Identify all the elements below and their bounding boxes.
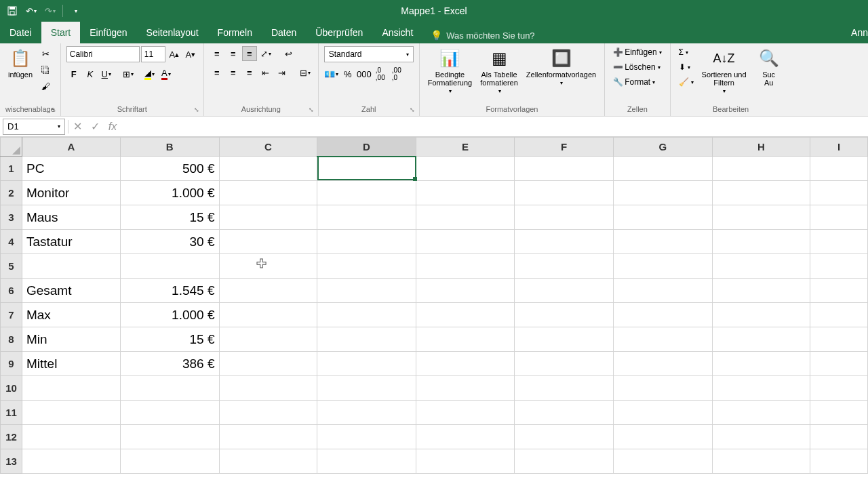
cell-E1[interactable] xyxy=(416,157,515,181)
cell-E6[interactable] xyxy=(416,279,515,303)
cell-G5[interactable] xyxy=(613,254,712,279)
cancel-formula-button[interactable]: ✕ xyxy=(68,119,86,135)
clipboard-launcher-icon[interactable]: ⤡ xyxy=(51,106,59,115)
underline-button[interactable]: U▾ xyxy=(99,66,114,81)
cell-C13[interactable] xyxy=(219,449,317,474)
cell-E13[interactable] xyxy=(416,449,515,474)
col-header-E[interactable]: E xyxy=(416,138,515,157)
cell-I9[interactable] xyxy=(810,352,868,376)
decrease-font-button[interactable]: A▾ xyxy=(183,47,198,62)
cell-D1[interactable] xyxy=(317,157,416,181)
font-size-select[interactable] xyxy=(141,46,165,62)
cell-C1[interactable] xyxy=(219,157,317,181)
cell-D9[interactable] xyxy=(317,352,416,376)
sort-filter-button[interactable]: A↓Z Sortieren und Filtern▾ xyxy=(699,46,749,96)
cell-styles-button[interactable]: 🔲 Zellenformatvorlagen▾ xyxy=(524,46,599,87)
cell-C5[interactable] xyxy=(219,254,317,279)
cell-A13[interactable] xyxy=(22,449,120,474)
cell-B10[interactable] xyxy=(120,376,219,401)
tab-datei[interactable]: Datei xyxy=(0,22,41,43)
align-middle-button[interactable]: ≡ xyxy=(226,46,241,61)
cell-G6[interactable] xyxy=(613,279,712,303)
cell-G10[interactable] xyxy=(613,376,712,401)
cell-G4[interactable] xyxy=(613,230,712,254)
cell-G12[interactable] xyxy=(613,425,712,449)
cell-H11[interactable] xyxy=(712,401,810,425)
cell-A7[interactable]: Max xyxy=(22,303,120,327)
name-box[interactable]: D1 ▾ xyxy=(3,119,65,135)
tab-ansicht[interactable]: Ansicht xyxy=(372,22,422,43)
comma-button[interactable]: 000 xyxy=(357,66,372,81)
cell-F11[interactable] xyxy=(515,401,614,425)
cell-H13[interactable] xyxy=(712,449,810,474)
copy-button[interactable]: ⿻ xyxy=(38,62,53,77)
row-header-8[interactable]: 8 xyxy=(1,327,22,352)
increase-font-button[interactable]: A▴ xyxy=(167,47,182,62)
col-header-A[interactable]: A xyxy=(22,138,120,157)
cell-E9[interactable] xyxy=(416,352,515,376)
formula-input[interactable] xyxy=(121,119,868,135)
tab-sign-in[interactable]: Ann xyxy=(842,22,868,43)
cell-G13[interactable] xyxy=(613,449,712,474)
cell-D13[interactable] xyxy=(317,449,416,474)
align-right-button[interactable]: ≡ xyxy=(242,65,257,80)
align-center-button[interactable]: ≡ xyxy=(226,65,241,80)
cell-I7[interactable] xyxy=(810,303,868,327)
number-launcher-icon[interactable]: ⤡ xyxy=(410,106,418,115)
accounting-button[interactable]: 💶▾ xyxy=(324,66,339,81)
cell-E8[interactable] xyxy=(416,327,515,352)
format-cells-button[interactable]: 🔧Format▾ xyxy=(610,76,664,88)
row-header-3[interactable]: 3 xyxy=(1,205,22,230)
cell-C12[interactable] xyxy=(219,425,317,449)
row-header-10[interactable]: 10 xyxy=(1,376,22,401)
cell-D3[interactable] xyxy=(317,205,416,230)
cell-B13[interactable] xyxy=(120,449,219,474)
alignment-launcher-icon[interactable]: ⤡ xyxy=(309,106,317,115)
border-button[interactable]: ⊞▾ xyxy=(121,66,136,81)
cell-F10[interactable] xyxy=(515,376,614,401)
cell-D6[interactable] xyxy=(317,279,416,303)
cell-I8[interactable] xyxy=(810,327,868,352)
increase-decimal-button[interactable]: ,0,00 xyxy=(373,66,388,81)
cell-D12[interactable] xyxy=(317,425,416,449)
cell-B12[interactable] xyxy=(120,425,219,449)
format-painter-button[interactable]: 🖌 xyxy=(38,79,53,94)
col-header-D[interactable]: D xyxy=(317,138,416,157)
cell-G9[interactable] xyxy=(613,352,712,376)
clear-button[interactable]: 🧹▾ xyxy=(676,76,696,88)
col-header-B[interactable]: B xyxy=(120,138,219,157)
font-color-button[interactable]: A▾ xyxy=(159,66,174,81)
decrease-decimal-button[interactable]: ,00,0 xyxy=(389,66,404,81)
cell-H5[interactable] xyxy=(712,254,810,279)
row-header-7[interactable]: 7 xyxy=(1,303,22,327)
cell-I12[interactable] xyxy=(810,425,868,449)
cell-H4[interactable] xyxy=(712,230,810,254)
cell-I13[interactable] xyxy=(810,449,868,474)
cell-B7[interactable]: 1.000 € xyxy=(120,303,219,327)
paste-button[interactable]: 📋 infügen xyxy=(5,46,35,80)
cell-D4[interactable] xyxy=(317,230,416,254)
undo-icon[interactable]: ↶▾ xyxy=(23,3,39,19)
cell-G8[interactable] xyxy=(613,327,712,352)
align-top-button[interactable]: ≡ xyxy=(210,46,224,61)
cell-I4[interactable] xyxy=(810,230,868,254)
bold-button[interactable]: F xyxy=(66,66,81,81)
row-header-11[interactable]: 11 xyxy=(1,401,22,425)
cell-C8[interactable] xyxy=(219,327,317,352)
cell-E2[interactable] xyxy=(416,181,515,205)
cell-H9[interactable] xyxy=(712,352,810,376)
cell-D2[interactable] xyxy=(317,181,416,205)
row-header-1[interactable]: 1 xyxy=(1,157,22,181)
cell-H3[interactable] xyxy=(712,205,810,230)
number-format-select[interactable]: Standard ▾ xyxy=(324,46,414,62)
cell-E5[interactable] xyxy=(416,254,515,279)
cell-F8[interactable] xyxy=(515,327,614,352)
cell-A4[interactable]: Tastatur xyxy=(22,230,120,254)
cell-A6[interactable]: Gesamt xyxy=(22,279,120,303)
autosum-button[interactable]: Σ▾ xyxy=(676,46,696,58)
cell-E10[interactable] xyxy=(416,376,515,401)
cell-D11[interactable] xyxy=(317,401,416,425)
col-header-F[interactable]: F xyxy=(515,138,614,157)
cell-G7[interactable] xyxy=(613,303,712,327)
cell-I2[interactable] xyxy=(810,181,868,205)
